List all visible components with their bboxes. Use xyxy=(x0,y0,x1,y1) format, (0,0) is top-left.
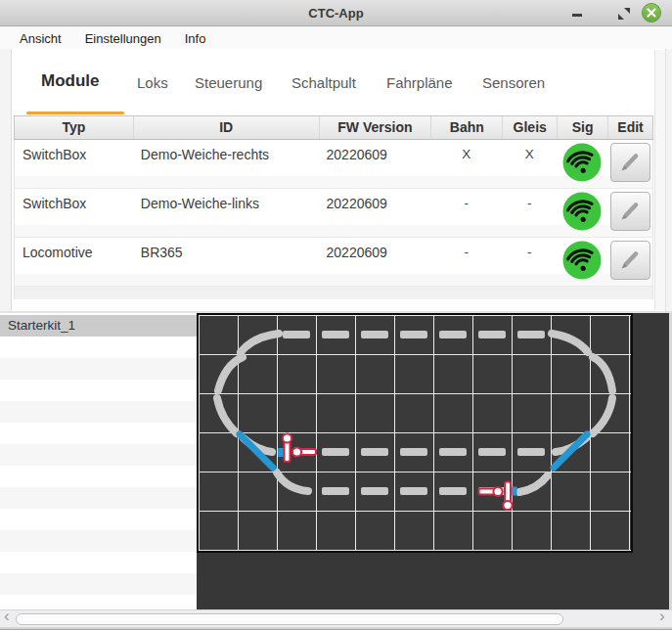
pencil-icon xyxy=(617,248,643,273)
track-dash xyxy=(478,448,506,456)
cell-gleis: X xyxy=(502,140,557,188)
track-curve xyxy=(519,475,548,492)
track-curve xyxy=(241,334,279,352)
column-header-sig[interactable]: Sig xyxy=(557,116,607,139)
table-body: SwitchBoxDemo-Weiche-rechts20220609XX Sw… xyxy=(14,140,653,287)
tab-sensoren[interactable]: Sensoren xyxy=(482,74,545,91)
tab-steuerung[interactable]: Steuerung xyxy=(195,74,262,91)
signal-icon[interactable] xyxy=(278,433,316,462)
track-canvas-area xyxy=(197,313,669,609)
app-window: CTC-App AnsichtEinstellungenInfo ModuleL… xyxy=(0,0,672,630)
column-header-typ[interactable]: Typ xyxy=(15,116,133,139)
cell-sig xyxy=(557,189,607,237)
canvas-grid xyxy=(199,315,631,551)
track-dash xyxy=(361,331,388,338)
layout-list-stripes xyxy=(0,337,198,609)
track-dash xyxy=(439,331,467,338)
track-dash xyxy=(400,487,427,495)
track-segments xyxy=(217,331,612,510)
restore-button[interactable] xyxy=(617,7,631,21)
column-header-id[interactable]: ID xyxy=(133,116,319,139)
track-dash xyxy=(439,448,467,456)
track-curve xyxy=(552,334,588,352)
cell-edit xyxy=(607,140,652,188)
table-header: TypIDFW VersionBahnGleisSigEdit xyxy=(14,115,653,140)
track-dash xyxy=(517,448,545,456)
tab-module[interactable]: Module xyxy=(41,71,100,91)
minimize-icon xyxy=(572,14,582,17)
cell-fw-version: 20220609 xyxy=(319,140,431,188)
titlebar[interactable]: CTC-App xyxy=(0,0,672,26)
cell-sig xyxy=(557,140,607,188)
pencil-icon xyxy=(617,199,643,224)
menu-item-info[interactable]: Info xyxy=(185,31,206,46)
cell-edit xyxy=(607,189,652,237)
scroll-right-arrow[interactable]: › xyxy=(659,608,665,625)
track-dash xyxy=(400,331,427,338)
pencil-icon xyxy=(617,150,643,175)
active-tab-indicator xyxy=(26,112,124,114)
track-dash xyxy=(478,331,506,338)
column-header-edit[interactable]: Edit xyxy=(607,116,652,139)
cell-bahn: - xyxy=(430,238,502,286)
menubar: AnsichtEinstellungenInfo xyxy=(0,27,672,49)
scroll-left-arrow[interactable]: ‹ xyxy=(4,608,10,625)
close-icon xyxy=(643,4,660,22)
cell-sig xyxy=(557,238,607,286)
column-header-gleis[interactable]: Gleis xyxy=(502,116,557,139)
tab-fahrpl-ne[interactable]: Fahrpläne xyxy=(386,74,453,91)
track-curve xyxy=(217,398,237,433)
cell-id: BR365 xyxy=(133,238,319,286)
signal-icon[interactable] xyxy=(479,482,517,511)
track-dash xyxy=(322,487,349,495)
table-row[interactable]: SwitchBoxDemo-Weiche-links20220609-- xyxy=(14,189,653,238)
column-header-fw-version[interactable]: FW Version xyxy=(319,116,431,139)
module-table: TypIDFW VersionBahnGleisSigEdit SwitchBo… xyxy=(14,115,653,299)
cell-fw-version: 20220609 xyxy=(319,238,431,286)
cell-bahn: X xyxy=(430,140,502,188)
close-button[interactable] xyxy=(642,3,661,22)
tab-schaltpult[interactable]: Schaltpult xyxy=(291,74,356,91)
menu-item-einstellungen[interactable]: Einstellungen xyxy=(85,31,161,46)
cell-edit xyxy=(607,238,652,286)
edit-button[interactable] xyxy=(610,192,650,231)
cell-gleis: - xyxy=(502,238,557,286)
wifi-connected-icon xyxy=(562,241,602,280)
table-row-empty xyxy=(14,287,653,299)
horizontal-scrollbar[interactable]: ‹ › xyxy=(0,609,672,627)
cell-bahn: - xyxy=(430,189,502,237)
table-row[interactable]: SwitchBoxDemo-Weiche-rechts20220609XX xyxy=(14,140,653,189)
minimize-button[interactable] xyxy=(570,5,584,21)
track-dash xyxy=(361,448,388,456)
menu-item-ansicht[interactable]: Ansicht xyxy=(20,31,62,46)
track-curve xyxy=(593,357,612,390)
tab-loks[interactable]: Loks xyxy=(137,74,168,91)
track-canvas[interactable] xyxy=(197,313,633,553)
track-dash xyxy=(322,448,349,456)
edit-button[interactable] xyxy=(610,241,650,280)
column-header-bahn[interactable]: Bahn xyxy=(430,116,502,139)
track-dash xyxy=(283,331,310,338)
restore-icon xyxy=(617,7,631,21)
layout-list[interactable]: Starterkit_1 xyxy=(0,313,198,609)
layout-list-item-starterkit[interactable]: Starterkit_1 xyxy=(0,315,198,337)
table-vertical-scrollbar[interactable] xyxy=(654,50,666,310)
table-row[interactable]: LocomotiveBR36520220609-- xyxy=(14,238,653,287)
cell-id: Demo-Weiche-links xyxy=(133,189,319,237)
cell-typ: SwitchBox xyxy=(15,140,133,188)
cell-id: Demo-Weiche-rechts xyxy=(133,140,319,188)
track-dash xyxy=(400,448,427,456)
wifi-connected-icon xyxy=(562,143,602,182)
track-dash xyxy=(439,487,467,495)
track-curve xyxy=(593,398,612,433)
track-dash xyxy=(361,487,388,495)
track-dash xyxy=(322,331,349,338)
cell-gleis: - xyxy=(502,189,557,237)
scrollbar-thumb[interactable] xyxy=(16,613,563,625)
cell-typ: Locomotive xyxy=(15,238,133,286)
track-dash xyxy=(517,331,545,338)
edit-button[interactable] xyxy=(610,143,650,182)
cell-fw-version: 20220609 xyxy=(319,189,431,237)
track-curve xyxy=(277,472,308,491)
cell-typ: SwitchBox xyxy=(15,189,133,237)
